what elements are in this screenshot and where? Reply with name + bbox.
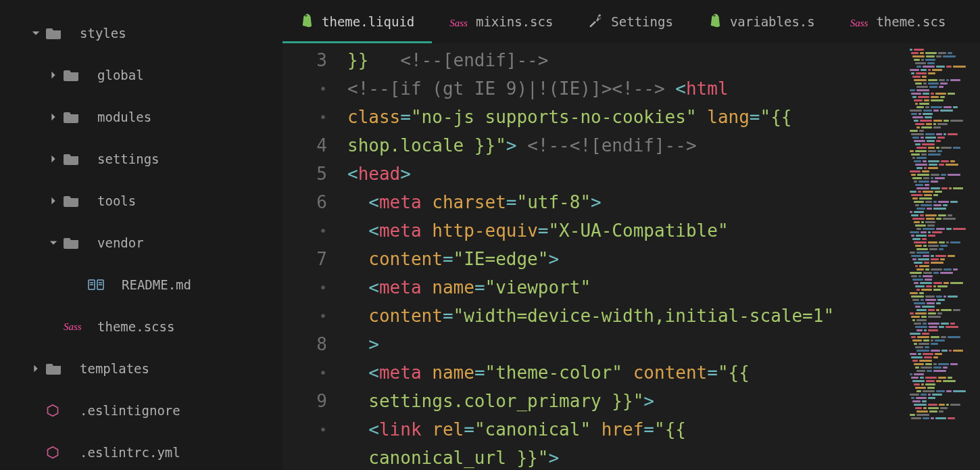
tree-item-label: templates: [73, 361, 149, 376]
minimap-line: [910, 157, 976, 159]
token: meta: [379, 362, 422, 383]
token: <!--[if (gt IE 9)|!(IE)]><!-->: [347, 78, 665, 99]
tree-item-global[interactable]: global: [0, 54, 283, 96]
minimap-line: [910, 231, 976, 233]
chevron-right-icon: [26, 361, 46, 376]
token: <: [368, 220, 379, 241]
tree-item-settings[interactable]: settings: [0, 138, 283, 180]
tab-bar: theme.liquidSassmixins.scsSettingsvariab…: [283, 0, 980, 43]
token: canonical_url }}": [368, 448, 548, 468]
tree-item-label: README.md: [115, 277, 191, 292]
token: "width=device-width,initial-scale=1": [454, 306, 835, 326]
token: [422, 220, 433, 241]
tree-item-label: theme.scss: [91, 319, 174, 334]
code-line: <!--[if (gt IE 9)|!(IE)]><!--> <html: [347, 74, 906, 103]
tree-item-README-md[interactable]: README.md: [0, 264, 283, 306]
sass-icon: Sass: [449, 14, 468, 29]
minimap-line: [910, 323, 976, 325]
minimap-line: [910, 380, 976, 382]
minimap-line: [910, 400, 976, 402]
minimap-line: [910, 147, 976, 149]
token: class: [347, 107, 400, 127]
token: charset: [432, 192, 506, 212]
tree-item-tools[interactable]: tools: [0, 180, 283, 222]
minimap-line: [910, 373, 976, 375]
minimap-line: [910, 346, 976, 348]
tab-variables-s[interactable]: variables.s: [691, 0, 833, 43]
folder-icon: [64, 236, 91, 250]
minimap-line: [910, 49, 976, 51]
minimap-line: [910, 252, 976, 254]
chevron-down-icon: [43, 235, 64, 250]
token: [347, 306, 368, 326]
code-line: <meta name="theme-color" content="{{: [347, 358, 906, 387]
line-number: 4: [283, 131, 327, 160]
tab-label: theme.liquid: [322, 14, 414, 29]
code-line: <link rel="canonical" href="{{: [347, 415, 906, 444]
token: name: [432, 277, 474, 298]
minimap-line: [910, 404, 976, 406]
minimap-line: [910, 356, 976, 358]
minimap-line: [910, 89, 976, 91]
token: [347, 334, 368, 354]
tree-item-label: .eslintrc.yml: [73, 445, 180, 460]
tab-mixins-scs[interactable]: Sassmixins.scs: [432, 0, 570, 43]
code-content[interactable]: }} <!--[endif]--><!--[if (gt IE 9)|!(IE)…: [347, 43, 906, 470]
token: lang: [707, 107, 750, 127]
tree-item--eslintrc-yml[interactable]: .eslintrc.yml: [0, 431, 283, 470]
token: [591, 419, 602, 440]
minimap-line: [910, 79, 976, 81]
minimap-line: [910, 417, 976, 419]
minimap-line: [910, 116, 976, 118]
minimap-line: [910, 150, 976, 152]
minimap-line: [910, 285, 976, 287]
token: [347, 419, 368, 440]
tab-label: variables.s: [730, 14, 815, 29]
minimap-line: [910, 140, 976, 142]
minimap-line: [910, 201, 976, 203]
minimap-line: [910, 52, 976, 54]
tab-theme-scs[interactable]: Sasstheme.scs: [833, 0, 964, 43]
tree-item-modules[interactable]: modules: [0, 96, 283, 138]
token: >: [400, 164, 411, 184]
token: settings.color_primary }}": [368, 391, 643, 411]
minimap-line: [910, 154, 976, 156]
tab-label: mixins.scs: [476, 14, 553, 29]
minimap-line: [910, 103, 976, 105]
minimap-line: [910, 339, 976, 342]
minimap[interactable]: [906, 43, 980, 470]
minimap-line: [910, 130, 976, 132]
tree-item-templates[interactable]: templates: [0, 348, 283, 390]
tab-theme-liquid[interactable]: theme.liquid: [283, 0, 432, 43]
chevron-right-icon: [43, 151, 64, 166]
minimap-line: [910, 360, 976, 362]
code-line: content="IE=edge">: [347, 245, 906, 273]
minimap-line: [910, 187, 976, 189]
token: =: [707, 362, 718, 383]
tree-item-vendor[interactable]: vendor: [0, 222, 283, 264]
token: "IE=edge": [454, 249, 549, 269]
token: >: [548, 448, 559, 468]
minimap-line: [910, 208, 976, 210]
tree-item--eslintignore[interactable]: .eslintignore: [0, 390, 283, 431]
code-line: canonical_url }}">: [347, 444, 906, 470]
tree-item-theme-scss[interactable]: Sasstheme.scss: [0, 306, 283, 348]
chevron-right-icon: [43, 110, 64, 124]
minimap-line: [910, 66, 976, 68]
tree-item-styles[interactable]: styles: [0, 12, 283, 54]
gutter-fold-dot: •: [283, 358, 327, 387]
chevron-right-icon: [43, 68, 64, 83]
chevron-down-icon: [26, 26, 46, 41]
token: [347, 249, 368, 269]
token: "viewport": [485, 277, 591, 298]
minimap-line: [910, 76, 976, 78]
minimap-line: [910, 299, 976, 301]
token: content: [368, 306, 443, 326]
minimap-line: [910, 377, 976, 379]
token: <!--<![endif]-->: [527, 135, 696, 156]
shopify-icon: [708, 13, 722, 30]
token: <: [368, 419, 379, 440]
code-line: settings.color_primary }}">: [347, 387, 906, 415]
minimap-line: [910, 160, 976, 162]
tab-Settings[interactable]: Settings: [570, 0, 691, 43]
